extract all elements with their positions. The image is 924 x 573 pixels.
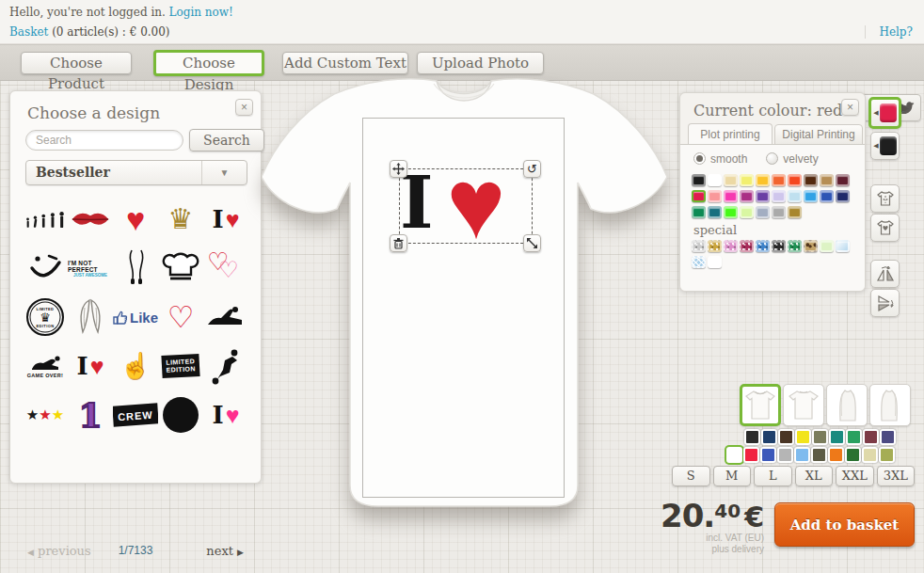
category-select[interactable]: Bestseller ▼ xyxy=(25,160,247,185)
colour-swatch[interactable] xyxy=(804,174,818,186)
colour-swatch[interactable] xyxy=(804,240,818,252)
colour-swatch[interactable] xyxy=(777,447,793,463)
view-back-button[interactable] xyxy=(783,384,824,426)
design-selection-box[interactable] xyxy=(399,168,533,244)
design-thumb-soccer-player[interactable] xyxy=(203,342,248,390)
colour-swatch[interactable] xyxy=(795,429,811,445)
colour-swatch[interactable] xyxy=(836,174,850,186)
colour-swatch[interactable] xyxy=(804,190,818,202)
design-thumb-wink-smiley[interactable] xyxy=(23,244,68,293)
rail-colour-black[interactable]: ◀ xyxy=(870,132,900,160)
tab-digital-printing[interactable]: Digital Printing xyxy=(774,124,863,145)
colour-swatch[interactable] xyxy=(692,206,706,218)
colour-swatch[interactable] xyxy=(772,206,786,218)
design-thumb-three-stars[interactable]: ★★★ xyxy=(23,390,68,439)
flip-horizontal-button[interactable] xyxy=(870,260,900,288)
colour-swatch[interactable] xyxy=(726,447,742,463)
colour-swatch[interactable] xyxy=(829,429,845,445)
colour-swatch[interactable] xyxy=(708,174,722,186)
colour-swatch[interactable] xyxy=(724,190,738,202)
colour-swatch[interactable] xyxy=(880,429,896,445)
design-thumb-heart-outline[interactable]: ♡ xyxy=(158,293,203,342)
tab-choose-design[interactable]: Choose Design xyxy=(153,50,264,76)
design-thumb-black-circle[interactable] xyxy=(158,390,203,439)
colour-swatch[interactable] xyxy=(836,190,850,202)
colour-swatch[interactable] xyxy=(836,240,850,252)
design-thumb-angel-wings[interactable] xyxy=(68,293,113,342)
design-thumb-kiss-lips[interactable] xyxy=(68,195,113,244)
colour-swatch[interactable] xyxy=(724,240,738,252)
tab-plot-printing[interactable]: Plot printing xyxy=(688,123,773,144)
colour-swatch[interactable] xyxy=(756,206,770,218)
move-handle[interactable] xyxy=(390,160,407,178)
colour-swatch[interactable] xyxy=(756,190,770,202)
colour-swatch[interactable] xyxy=(740,206,754,218)
design-thumb-red-heart[interactable]: ♥ xyxy=(113,195,158,244)
colour-swatch[interactable] xyxy=(708,256,722,268)
colour-swatch[interactable] xyxy=(724,174,738,186)
radio-velvety[interactable]: velvety xyxy=(766,152,818,166)
colour-swatch[interactable] xyxy=(692,190,706,202)
colour-swatch[interactable] xyxy=(740,174,754,186)
size-m-button[interactable]: M xyxy=(713,466,752,486)
colour-swatch[interactable] xyxy=(761,429,777,445)
design-thumb-limited-edition-stamp[interactable]: LIMITED ♛ EDITION xyxy=(23,293,68,342)
colour-swatch[interactable] xyxy=(740,240,754,252)
design-thumb-limited-edition-box[interactable]: LIMITED EDITION xyxy=(158,342,203,390)
size-xxl-button[interactable]: XXL xyxy=(836,466,874,486)
size-s-button[interactable]: S xyxy=(672,466,710,486)
design-thumb-double-hearts[interactable]: ♡♡ xyxy=(203,244,248,293)
login-link[interactable]: Login now! xyxy=(169,6,233,19)
colour-swatch[interactable] xyxy=(772,174,786,186)
colour-swatch[interactable] xyxy=(692,256,706,268)
close-icon[interactable]: × xyxy=(841,99,859,116)
add-to-basket-button[interactable]: Add to basket xyxy=(774,502,915,547)
colour-swatch[interactable] xyxy=(756,240,770,252)
basket-link[interactable]: Basket xyxy=(9,25,48,39)
colour-swatch[interactable] xyxy=(788,240,802,252)
tab-choose-product[interactable]: Choose Product xyxy=(21,52,132,74)
design-thumb-evolution[interactable] xyxy=(23,195,68,244)
rail-colour-red[interactable]: ◀ xyxy=(868,97,901,129)
colour-swatch[interactable] xyxy=(820,240,834,252)
design-thumb-i-love-pink[interactable]: I♥ xyxy=(203,390,248,439)
size-l-button[interactable]: L xyxy=(754,466,792,486)
colour-swatch[interactable] xyxy=(788,206,802,218)
colour-swatch[interactable] xyxy=(788,174,802,186)
colour-swatch[interactable] xyxy=(708,206,722,218)
colour-swatch[interactable] xyxy=(879,447,895,463)
colour-swatch[interactable] xyxy=(756,174,770,186)
colour-swatch[interactable] xyxy=(772,240,786,252)
colour-swatch[interactable] xyxy=(778,429,794,445)
design-thumb-facebook-like[interactable]: Like xyxy=(113,293,158,342)
colour-swatch[interactable] xyxy=(863,429,879,445)
search-input[interactable] xyxy=(25,130,183,151)
view-front-button[interactable] xyxy=(740,384,781,426)
design-thumb-i-love[interactable]: I♥ xyxy=(203,195,248,244)
colour-swatch[interactable] xyxy=(846,429,862,445)
flip-vertical-button[interactable] xyxy=(870,289,900,317)
design-position-button[interactable] xyxy=(870,214,900,242)
colour-swatch[interactable] xyxy=(744,429,760,445)
rotate-handle[interactable]: ↺ xyxy=(523,160,541,178)
next-page-button[interactable]: next ▶ xyxy=(206,544,244,558)
design-thumb-i-love-2[interactable]: I♥ xyxy=(68,342,113,390)
colour-swatch[interactable] xyxy=(740,190,754,202)
colour-swatch[interactable] xyxy=(820,190,834,202)
view-right-side-button[interactable] xyxy=(869,384,911,426)
design-thumb-number-one[interactable]: 1 xyxy=(68,390,113,439)
view-left-side-button[interactable] xyxy=(826,384,868,426)
resize-handle[interactable] xyxy=(523,234,541,252)
design-thumb-not-perfect[interactable]: I'M NOT PERFECT JUST AWESOME xyxy=(68,244,113,293)
delete-handle[interactable] xyxy=(390,234,407,252)
search-button[interactable]: Search xyxy=(189,129,264,151)
colour-swatch[interactable] xyxy=(845,447,861,463)
radio-smooth[interactable]: smooth xyxy=(693,152,747,166)
colour-swatch[interactable] xyxy=(772,190,786,202)
colour-swatch[interactable] xyxy=(811,447,827,463)
help-link[interactable]: Help? xyxy=(865,25,913,39)
colour-swatch[interactable] xyxy=(828,447,844,463)
colour-swatch[interactable] xyxy=(820,174,834,186)
colour-swatch[interactable] xyxy=(708,240,722,252)
size-xl-button[interactable]: XL xyxy=(795,466,834,486)
